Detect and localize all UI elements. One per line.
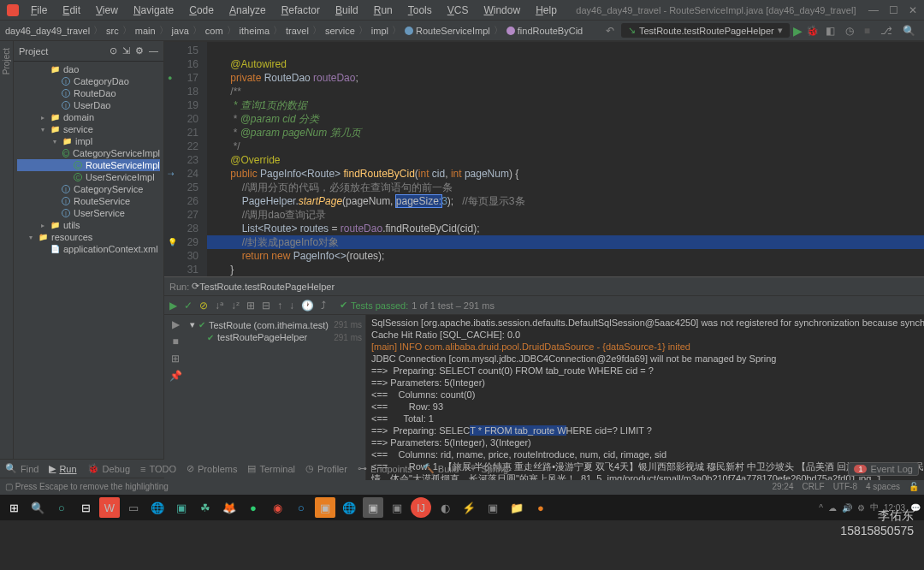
tb-app-13[interactable]: ⚡ [459,497,479,518]
pin-icon[interactable]: 📌 [168,370,183,382]
tree-node[interactable]: ICategoryDao [17,75,160,87]
menu-vcs[interactable]: VCS [441,3,476,18]
tree-node[interactable]: 📁dao [17,63,160,75]
tb-app-12[interactable]: ◐ [435,497,455,518]
run-icon[interactable]: ▶ [793,24,803,38]
tb-chrome[interactable]: 🌐 [147,497,168,518]
breadcrumb-class[interactable]: RouteServiceImpl [405,26,490,36]
menu-run[interactable]: Run [367,3,400,18]
menu-edit[interactable]: Edit [56,3,87,18]
stop-icon[interactable]: ■ [861,25,874,37]
run-config-selector[interactable]: ↘ TestRoute.testRoutePageHelper ▾ [621,23,790,38]
toggle-icon[interactable]: ✓ [184,300,192,312]
tray-icon-1[interactable]: ^ [819,503,823,513]
sort-icon[interactable]: ↓ᵃ [215,300,224,312]
tb-app-6[interactable]: ◉ [267,497,287,518]
tree-node[interactable]: IRouteDao [17,87,160,99]
vcs-icon[interactable]: ⎇ [877,25,896,37]
tree-node[interactable]: CRouteServiceImpl [17,159,160,171]
menu-help[interactable]: Help [529,3,564,18]
breadcrumb-item[interactable]: impl [371,26,388,36]
tb-folder[interactable]: 📁 [506,497,527,518]
terminal-tool[interactable]: ▤ Terminal [247,463,295,474]
breadcrumb-item[interactable]: day46_day49_travel [5,26,90,36]
cursor-position[interactable]: 29:24 [772,482,793,491]
breadcrumb-item[interactable]: itheima [240,26,270,36]
find-tool[interactable]: 🔍 Find [5,463,38,474]
tree-node[interactable]: CUserServiceImpl [17,171,160,183]
event-log-tool[interactable]: 1 Event Log [848,462,919,476]
tb-app-14[interactable]: ▣ [483,497,503,518]
tb-app-5[interactable]: ● [243,497,264,518]
tree-node[interactable]: IUserService [17,207,160,219]
stop2-icon[interactable]: ■ [168,335,183,347]
minimize-icon[interactable]: — [868,4,879,16]
taskview-icon[interactable]: ⊟ [75,497,96,518]
profiler-tool[interactable]: ◷ Profiler [305,463,347,474]
tray-icon-4[interactable]: ⚙ [857,503,865,513]
sidebar-tab-project[interactable]: Project [0,41,13,81]
problems-tool[interactable]: ⊘ Problems [187,463,237,474]
tb-app-1[interactable]: W [99,497,120,518]
breadcrumb-method[interactable]: findRouteByCid [506,26,583,36]
history-icon[interactable]: 🕐 [301,300,314,312]
run-tool[interactable]: ▶ Run [49,463,76,474]
breadcrumb-item[interactable]: service [325,26,355,36]
console-output[interactable]: SqlSession [org.apache.ibatis.session.de… [366,315,924,480]
breadcrumb-item[interactable]: com [205,26,223,36]
test-tree[interactable]: ▾✔ TestRoute (com.itheima.test) 291 ms ✔… [187,315,366,480]
export-icon[interactable]: ⤴ [321,300,326,312]
menu-build[interactable]: Build [329,3,365,18]
debug-tool[interactable]: 🐞 Debug [87,463,130,474]
tb-app-9[interactable]: 🌐 [339,497,359,518]
breadcrumb-item[interactable]: main [135,26,156,36]
todo-tool[interactable]: ≡ TODO [140,464,176,474]
profile-icon[interactable]: ◷ [842,25,857,37]
prev-icon[interactable]: ↑ [277,300,282,312]
editor-body[interactable]: 15 16 ●17 18 19 20 21 22 23 ⇢24 25 26 27… [164,42,924,276]
notification-icon[interactable]: 💬 [910,503,921,513]
tb-app-10[interactable]: ▣ [363,497,383,518]
tb-app-8[interactable]: ▣ [315,497,335,518]
tb-app-15[interactable]: ● [530,497,551,518]
next-icon[interactable]: ↓ [289,300,294,312]
menu-code[interactable]: Code [182,3,221,18]
code-content[interactable]: @Autowired private RouteDao routeDao; /*… [207,42,924,276]
menu-navigate[interactable]: Navigate [127,3,181,18]
expand-icon[interactable]: ⊞ [246,300,255,312]
tree-node[interactable]: ▸📁utils [17,219,160,231]
filter-icon[interactable]: ⊘ [199,300,208,312]
tree-node[interactable]: 📄applicationContext.xml [17,243,160,255]
cortana-icon[interactable]: ○ [51,497,72,518]
menu-window[interactable]: Window [477,3,527,18]
endpoints-tool[interactable]: ⊶ Endpoints [358,463,412,474]
tree-node[interactable]: ▾📁impl [17,135,160,147]
menu-analyze[interactable]: Analyze [222,3,273,18]
coverage-icon[interactable]: ◧ [822,25,838,37]
menu-view[interactable]: View [89,3,125,18]
tray-icon-5[interactable]: 中 [870,502,879,514]
encoding[interactable]: UTF-8 [833,482,857,491]
tree-node[interactable]: ▾📁resources [17,231,160,243]
tree-node[interactable]: ▸📁domain [17,111,160,123]
collapse-icon[interactable]: ⊟ [262,300,270,312]
layout-icon[interactable]: ⊞ [168,353,183,365]
project-select-icon[interactable]: ⊙ [110,45,117,56]
build-tool[interactable]: 🔨 Build [423,463,459,474]
tray-icon-2[interactable]: ☁ [828,503,837,513]
menu-file[interactable]: File [24,3,54,18]
tb-app-3[interactable]: ▣ [171,497,192,518]
line-sep[interactable]: CRLF [803,482,825,491]
project-hide-icon[interactable]: — [149,45,158,56]
back-icon[interactable]: ↶ [602,25,618,37]
sort2-icon[interactable]: ↓ᶻ [231,300,240,312]
project-collapse-icon[interactable]: ⇲ [122,45,130,56]
menu-tools[interactable]: Tools [401,3,439,18]
spring-tool[interactable]: ⚘ Spring [469,463,508,474]
debug-icon[interactable]: 🐞 [806,25,819,37]
menu-refactor[interactable]: Refactor [275,3,327,18]
search-icon[interactable]: 🔍 [899,25,919,37]
tray-icon-3[interactable]: 🔊 [842,503,852,513]
indent[interactable]: 4 spaces [866,482,900,491]
tb-app-2[interactable]: ▭ [123,497,144,518]
